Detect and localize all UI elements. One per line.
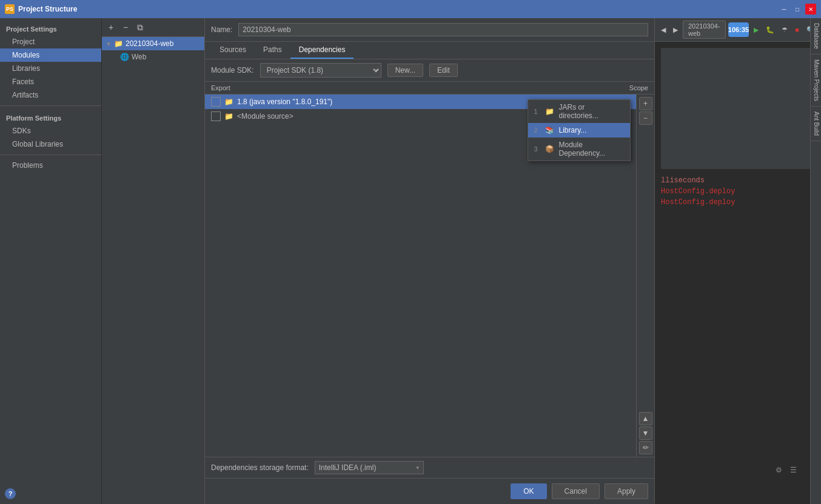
sidebar-item-modules[interactable]: Modules xyxy=(0,48,101,62)
remove-module-button[interactable]: − xyxy=(119,21,132,34)
dropdown-item-module-dep[interactable]: 3 📦 Module Dependency... xyxy=(528,138,630,161)
module-sdk-label: Module SDK: xyxy=(211,66,254,75)
export-checkbox[interactable] xyxy=(211,97,221,107)
sdk-select[interactable]: Project SDK (1.8) xyxy=(260,63,381,78)
code-line-1: lliseconds xyxy=(661,175,815,186)
ide-code-area: lliseconds HostConfig.deploy HostConfig.… xyxy=(655,42,821,504)
platform-settings-header: Platform Settings xyxy=(0,110,101,124)
add-dependency-button[interactable]: + xyxy=(639,97,652,110)
cancel-button[interactable]: Cancel xyxy=(552,483,600,499)
bottom-bar: OK Cancel Apply xyxy=(205,478,654,504)
sdk-row: Module SDK: Project SDK (1.8) New... Edi… xyxy=(205,59,654,82)
scope-header: Scope xyxy=(588,84,648,91)
sdk-select-wrapper: Project SDK (1.8) xyxy=(260,63,381,78)
stop-button[interactable]: ■ xyxy=(793,25,802,35)
run-button[interactable]: ▶ xyxy=(751,25,761,35)
sidebar-item-artifacts[interactable]: Artifacts xyxy=(0,88,101,102)
sidebar-item-global-libraries[interactable]: Global Libraries xyxy=(0,138,101,151)
name-row: Name: xyxy=(205,18,654,42)
name-input[interactable] xyxy=(238,23,648,36)
dropdown-item-jars[interactable]: 1 📁 JARs or directories... xyxy=(528,100,630,123)
gear-button[interactable]: ⚙ xyxy=(772,464,785,476)
main-panel: Name: Sources Paths Dependencies M xyxy=(205,18,654,504)
side-tab-database[interactable]: Database xyxy=(811,18,821,55)
main-layout: Project Settings Project Modules Librari… xyxy=(0,18,821,504)
sidebar-item-libraries[interactable]: Libraries xyxy=(0,62,101,75)
side-tab-maven[interactable]: Maven Projects xyxy=(811,55,821,107)
sidebar-item-project[interactable]: Project xyxy=(0,35,101,48)
sidebar-item-problems[interactable]: Problems xyxy=(0,159,101,172)
expand-icon: ▼ xyxy=(106,41,112,47)
module-list-item-root[interactable]: ▼ 📁 20210304-web xyxy=(102,37,204,50)
jars-icon: 📁 xyxy=(545,107,554,116)
close-button[interactable]: ✕ xyxy=(805,4,816,15)
sidebar-item-sdks[interactable]: SDKs xyxy=(0,124,101,138)
maximize-button[interactable]: □ xyxy=(792,4,803,15)
app-icon: PS xyxy=(5,4,15,14)
help-button[interactable]: ? xyxy=(5,488,16,499)
storage-format-select[interactable]: IntelliJ IDEA (.iml) xyxy=(315,461,424,474)
coverage-button[interactable]: ☂ xyxy=(779,25,790,35)
title-bar-controls: ─ □ ✕ xyxy=(779,4,816,15)
library-icon: 📚 xyxy=(545,126,554,134)
code-line-3: HostConfig.deploy xyxy=(661,197,815,208)
name-label: Name: xyxy=(211,25,232,34)
ide-right-panel: ◀ ▶ 20210304-web 106:35 ▶ 🐛 ☂ ■ 🔍 llisec… xyxy=(654,18,821,504)
minimize-button[interactable]: ─ xyxy=(779,4,789,15)
dependencies-content: Module SDK: Project SDK (1.8) New... Edi… xyxy=(205,59,654,504)
web-icon: 🌐 xyxy=(120,53,129,61)
forward-button[interactable]: ▶ xyxy=(671,25,680,35)
module-name: 20210304-web xyxy=(126,39,173,48)
dep-right-panel: + 1 📁 JARs or directories... 2 xyxy=(636,94,654,457)
module-web-name: Web xyxy=(132,53,146,61)
dep-table-row-area: 📁 1.8 (java version "1.8.0_191") 📁 <Modu… xyxy=(205,94,654,457)
folder-icon: 📁 xyxy=(114,39,123,48)
move-down-button[interactable]: ▼ xyxy=(639,426,652,440)
tabs-bar: Sources Paths Dependencies xyxy=(205,42,654,59)
add-module-button[interactable]: + xyxy=(104,21,118,34)
storage-format-row: Dependencies storage format: IntelliJ ID… xyxy=(205,457,654,478)
edit-sdk-button[interactable]: Edit xyxy=(429,64,458,77)
export-header: Export xyxy=(211,84,588,91)
ok-button[interactable]: OK xyxy=(511,483,546,499)
new-sdk-button[interactable]: New... xyxy=(387,64,423,77)
dep-sdk-name: 1.8 (java version "1.8.0_191") xyxy=(237,98,566,106)
dropdown-item-label-jars: JARs or directories... xyxy=(559,103,624,120)
sidebar-item-facets[interactable]: Facets xyxy=(0,75,101,88)
dropdown-item-library[interactable]: 2 📚 Library... xyxy=(528,123,630,138)
storage-select-wrapper: IntelliJ IDEA (.iml) xyxy=(315,461,424,474)
dep-table-header: Export Scope xyxy=(205,82,654,94)
remove-dependency-button[interactable]: − xyxy=(639,111,652,125)
back-button[interactable]: ◀ xyxy=(658,25,668,35)
edit-dep-button[interactable]: ✏ xyxy=(639,441,652,454)
sidebar-divider-2 xyxy=(0,154,101,155)
sdk-folder-icon: 📁 xyxy=(224,98,233,106)
dropdown-item-num-2: 2 xyxy=(534,127,540,134)
sidebar: Project Settings Project Modules Librari… xyxy=(0,18,102,504)
ide-project-name[interactable]: 20210304-web xyxy=(683,21,726,39)
module-dep-icon: 📦 xyxy=(545,145,554,153)
side-tab-ant[interactable]: Ant Build xyxy=(811,107,821,141)
dropdown-item-label-module: Module Dependency... xyxy=(559,141,624,158)
module-list-item-web[interactable]: 🌐 Web xyxy=(102,50,204,64)
vertical-side-labels: Database Maven Projects Ant Build xyxy=(810,18,821,504)
tab-paths[interactable]: Paths xyxy=(255,42,290,59)
module-list-toolbar: + − ⧉ xyxy=(102,18,204,37)
dep-module-source-name: <Module source> xyxy=(237,112,566,121)
tab-sources[interactable]: Sources xyxy=(211,42,255,59)
app-window: PS Project Structure ─ □ ✕ Project Setti… xyxy=(0,0,821,504)
debug-button[interactable]: 🐛 xyxy=(763,25,777,35)
apply-button[interactable]: Apply xyxy=(605,483,648,499)
ide-toolbar: ◀ ▶ 20210304-web 106:35 ▶ 🐛 ☂ ■ 🔍 xyxy=(655,18,821,42)
title-bar-title: Project Structure xyxy=(18,5,779,13)
dropdown-item-num-3: 3 xyxy=(534,145,540,153)
code-top-area xyxy=(661,48,815,169)
dropdown-item-num-1: 1 xyxy=(534,108,540,115)
code-line-2: HostConfig.deploy xyxy=(661,186,815,197)
ide-time-badge: 106:35 xyxy=(728,22,749,37)
tab-dependencies[interactable]: Dependencies xyxy=(290,42,354,59)
export-checkbox-2[interactable] xyxy=(211,111,221,121)
layout-button[interactable]: ☰ xyxy=(787,464,799,476)
move-up-button[interactable]: ▲ xyxy=(639,412,652,425)
copy-module-button[interactable]: ⧉ xyxy=(133,21,147,34)
